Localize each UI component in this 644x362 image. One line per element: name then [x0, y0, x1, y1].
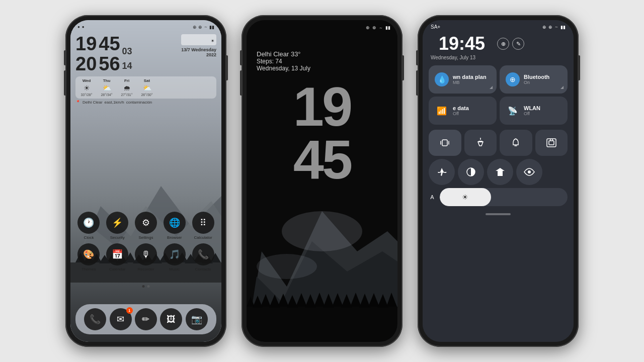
svg-point-41 — [257, 254, 317, 279]
clock-app-icon[interactable]: 🕐 — [77, 212, 100, 234]
cc-quick-row1 — [423, 130, 574, 156]
volume-up-button[interactable] — [64, 50, 65, 65]
app-music[interactable]: 🎵 Music — [164, 243, 186, 272]
volume-up-3[interactable] — [416, 50, 418, 65]
cc-bottom-handle-row — [423, 209, 574, 219]
svg-rect-42 — [442, 140, 447, 146]
app-settings[interactable]: ⚙ Settings — [135, 212, 157, 240]
browser-app-icon[interactable]: 🌐 — [164, 212, 186, 234]
brightness-slider[interactable]: ☀ — [440, 188, 568, 206]
home-indicator — [486, 213, 511, 215]
cc-mobile-data-tile[interactable]: 📶 e data Off — [429, 97, 497, 125]
cc-location-btn[interactable] — [487, 159, 513, 185]
lock-info-panel: Delhi Clear 33° Steps: 74 Wednesday, 13 … — [257, 50, 310, 72]
cc-wlan-tile[interactable]: 📡 WLAN Off — [500, 97, 568, 125]
cc-date-text: Wednesday, July 13 — [431, 55, 475, 60]
app-calendar[interactable]: 📅 Calendar — [106, 243, 128, 272]
themes-app-icon[interactable]: 🎨 — [77, 243, 100, 265]
cc-eye-btn[interactable] — [516, 159, 542, 185]
cc-screenshot-btn[interactable] — [535, 130, 568, 156]
circle-icon: ● — [77, 25, 80, 29]
weather-year: 2022 — [181, 52, 216, 57]
lock-minutes: 45 — [247, 133, 397, 186]
bt-icon-cc: ⊕ — [542, 25, 546, 30]
app-security[interactable]: ⚡ Security — [106, 212, 128, 240]
music-app-icon[interactable]: 🎵 — [164, 243, 186, 265]
power-button-3[interactable] — [579, 55, 580, 80]
calendar-app-icon[interactable]: 📅 — [106, 243, 128, 265]
recorder-app-icon[interactable]: 🎙 — [135, 243, 157, 265]
wlan-icon: 📡 — [506, 104, 520, 118]
cc-data-plan-tile[interactable]: 💧 wn data plan MB ◢ — [429, 65, 497, 94]
app-grid-row1: 🕐 Clock ⚡ Security ⚙ Settings 🌐 Browser … — [74, 212, 217, 240]
cc-edit-icon[interactable]: ✎ — [512, 38, 524, 50]
security-app-icon[interactable]: ⚡ — [106, 212, 128, 234]
volume-down-3[interactable] — [416, 70, 418, 96]
app-calculator[interactable]: ⠿ Calculator — [192, 212, 214, 240]
app-clock[interactable]: 🕐 Clock — [77, 212, 100, 240]
mobile-data-sub: Off — [453, 111, 491, 116]
weather-icon-current: ☀ — [211, 39, 214, 43]
cc-vibrate-btn[interactable] — [429, 130, 461, 156]
settings-app-icon[interactable]: ⚙ — [135, 212, 157, 234]
cc-brightness-row: A ☀ — [423, 185, 574, 209]
cc-contrast-btn[interactable] — [458, 159, 484, 185]
svg-rect-49 — [547, 139, 556, 147]
volume-down-button[interactable] — [64, 70, 65, 96]
lock-background: ⊕ ⊕ ～ ▮▮ Delhi Clear 33° Steps: 74 Wedne… — [247, 20, 397, 342]
power-button[interactable] — [226, 55, 228, 80]
messages-badge: 1 — [126, 307, 133, 314]
wlan-sub: Off — [524, 111, 561, 116]
cc-bluetooth-tile[interactable]: ⊕ Bluetooth On ◢ — [500, 65, 568, 94]
cc-torch-btn[interactable] — [464, 130, 497, 156]
themes-app-label: Themes — [82, 267, 96, 272]
dock-phone[interactable]: 📞 — [84, 308, 106, 330]
weather-date: 13/7 Wednesday — [181, 47, 216, 52]
signal-icon-cc: ～ — [554, 24, 558, 30]
volume-up-2[interactable] — [240, 50, 242, 65]
phone-home: ● ● ⊕ ⊕ ～ ▮▮ 19 20 45 — [65, 15, 226, 347]
status-bar: ● ● ⊕ ⊕ ～ ▮▮ — [70, 20, 221, 34]
phone-lock: ⊕ ⊕ ～ ▮▮ Delhi Clear 33° Steps: 74 Wedne… — [242, 15, 403, 347]
dock-camera[interactable]: 📷 — [186, 308, 208, 330]
battery-icon: ▮▮ — [209, 25, 214, 30]
clock-app-label: Clock — [84, 235, 94, 240]
cc-tile-wlan-text: WLAN Off — [524, 105, 561, 116]
current-weather-info: 📍 Delhi Clear east,1km/h contaminación — [75, 100, 216, 105]
app-recorder[interactable]: 🎙 Recorder — [135, 243, 157, 272]
power-button-2[interactable] — [403, 55, 404, 80]
calculator-app-icon[interactable]: ⠿ — [192, 212, 214, 234]
cc-status-left: SA+ — [431, 24, 440, 30]
cc-tile-data-text: wn data plan MB — [453, 74, 491, 85]
circle-icon2: ● — [82, 25, 85, 29]
cc-tile-row1: 💧 wn data plan MB ◢ ⊕ Bluetooth On — [429, 65, 568, 94]
app-themes[interactable]: 🎨 Themes — [77, 243, 100, 272]
cc-notification-btn[interactable] — [500, 130, 532, 156]
dock-gallery[interactable]: 🖼 — [160, 308, 182, 330]
mobile-data-icon: 📶 — [435, 104, 449, 118]
cc-action-icons: ⊕ ✎ — [497, 38, 524, 50]
screenshot-icon — [546, 138, 556, 147]
cc-airplane-btn[interactable] — [429, 159, 455, 185]
contrast-icon — [466, 167, 476, 177]
cc-target-icon[interactable]: ⊕ — [497, 38, 509, 50]
notification-icon — [511, 138, 520, 148]
cc-quick-row2 — [423, 156, 574, 185]
clock-sec1: 03 — [122, 46, 132, 57]
mobile-data-title: e data — [453, 105, 491, 111]
app-browser[interactable]: 🌐 Browser — [164, 212, 186, 240]
control-center-screen: SA+ ⊕ ⊕ ～ ▮▮ 19:45 ⊕ ✎ Wednesday, July 1… — [423, 20, 574, 342]
bluetooth-icon: ⊕ — [193, 25, 197, 30]
dock-messages[interactable]: ✉ 1 — [110, 308, 132, 330]
contacts-app-icon[interactable]: 📞 — [192, 243, 214, 265]
wifi-icon-cc: ⊕ — [548, 25, 552, 30]
signal-lock-icon: ～ — [379, 25, 383, 31]
dot-2 — [147, 285, 150, 288]
day-label: Wed — [83, 78, 91, 83]
app-contacts[interactable]: 📞 Contacts — [192, 243, 214, 272]
eye-icon — [524, 168, 535, 176]
dock-notes[interactable]: ✏ — [135, 308, 157, 330]
brightness-sun-icon: ☀ — [462, 193, 468, 201]
volume-down-2[interactable] — [240, 70, 242, 96]
contam-text: contaminación — [126, 100, 152, 105]
